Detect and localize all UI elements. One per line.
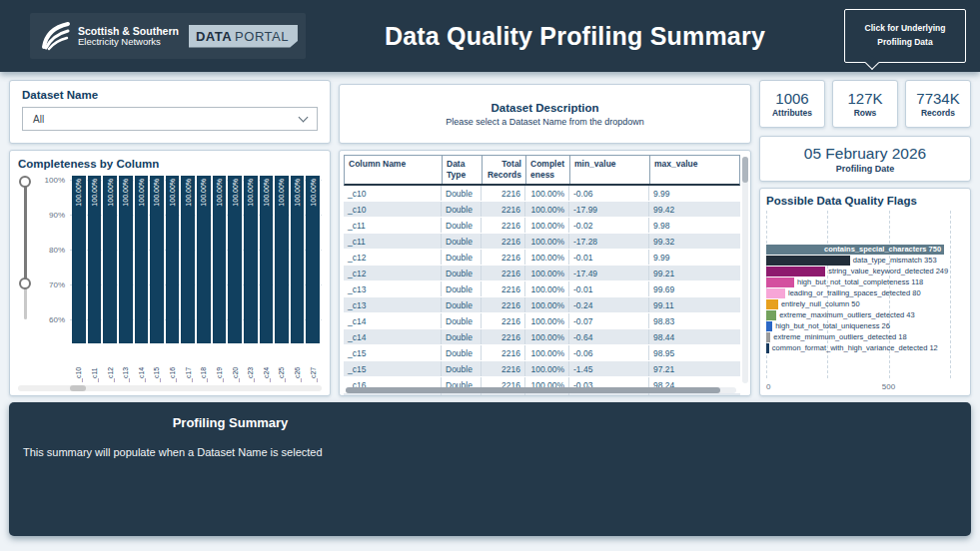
bar-value-label: 100.00% bbox=[75, 179, 82, 207]
column-header[interactable]: min_value bbox=[570, 156, 650, 184]
table-row[interactable]: _c11Double2216100.00%-17.2899.32 bbox=[344, 234, 740, 250]
x-label-column: _c14 bbox=[135, 354, 149, 382]
completeness-bar[interactable]: 100.00% bbox=[260, 176, 274, 343]
dataset-name-dropdown[interactable]: All bbox=[22, 107, 318, 131]
bar-value-label: 100.00% bbox=[138, 179, 145, 207]
flag-bar[interactable] bbox=[766, 332, 770, 342]
profile-table-card: Column Name Data Type Total Records Comp… bbox=[339, 150, 751, 396]
table-row[interactable]: _c14Double2216100.00%-0.0798.83 bbox=[344, 313, 740, 329]
completeness-bar[interactable]: 100.00% bbox=[275, 176, 289, 343]
completeness-bar[interactable]: 100.00% bbox=[119, 176, 133, 343]
x-axis-label: _c23 bbox=[247, 356, 254, 382]
completeness-bar[interactable]: 100.00% bbox=[103, 176, 117, 343]
flag-row: extreme_maximum_outliers_detected 43 bbox=[766, 310, 956, 320]
x-label-column: _c27 bbox=[306, 354, 320, 382]
flag-row: leading_or_trailing_spaces_detected 80 bbox=[766, 288, 956, 298]
x-label-column: _c24 bbox=[260, 354, 274, 382]
column-header[interactable]: Column Name bbox=[345, 156, 443, 184]
slider-handle-bottom[interactable] bbox=[19, 277, 31, 289]
completeness-bar[interactable]: 100.00% bbox=[166, 176, 180, 343]
flag-label: contains_special_characters 750 bbox=[824, 245, 941, 254]
column-header[interactable]: Total Records bbox=[483, 156, 526, 184]
quality-flags-card: Possible Data Quality Flags contains_spe… bbox=[759, 188, 971, 396]
flag-bar[interactable] bbox=[766, 299, 778, 309]
completeness-bar[interactable]: 100.00% bbox=[150, 176, 164, 343]
flag-bar[interactable] bbox=[766, 343, 769, 353]
table-row[interactable]: _c13Double2216100.00%-0.2499.11 bbox=[344, 297, 740, 313]
profiling-summary-title: Profiling Summary bbox=[9, 415, 452, 430]
completeness-bar[interactable]: 100.00% bbox=[88, 176, 102, 343]
x-axis-label: _c19 bbox=[216, 356, 223, 382]
bar-value-label: 100.00% bbox=[278, 179, 285, 207]
table-cell: 100.00% bbox=[525, 345, 569, 360]
table-row[interactable]: _c13Double2216100.00%-0.0199.69 bbox=[344, 281, 740, 297]
underlying-data-button[interactable]: Click for Underlying Profiling Data bbox=[844, 9, 966, 63]
completeness-bar[interactable]: 100.00% bbox=[244, 176, 258, 343]
y-tick: 80% bbox=[49, 246, 65, 255]
column-header[interactable]: Data Type bbox=[443, 156, 483, 184]
flag-label: entirely_null_column 50 bbox=[781, 299, 860, 308]
completeness-bar[interactable]: 100.00% bbox=[197, 176, 211, 343]
table-cell: 99.11 bbox=[649, 297, 740, 312]
completeness-bar[interactable]: 100.00% bbox=[291, 176, 305, 343]
table-cell: 97.21 bbox=[649, 361, 740, 376]
flag-bar[interactable]: contains_special_characters 750 bbox=[766, 245, 944, 255]
completeness-h-scrollbar bbox=[18, 385, 322, 391]
table-row[interactable]: _c15Double2216100.00%-0.0698.95 bbox=[344, 345, 740, 361]
kpi-value: 7734K bbox=[916, 90, 959, 107]
table-row[interactable]: _c15Double2216100.00%-1.4597.21 bbox=[344, 361, 740, 377]
table-row[interactable]: _c16Double2216100.00%-0.3895.26 bbox=[344, 393, 740, 396]
table-row[interactable]: _c12Double2216100.00%-17.4999.21 bbox=[344, 266, 740, 281]
bar-column: 100.00% bbox=[135, 176, 149, 343]
table-cell: Double bbox=[442, 329, 482, 344]
completeness-bar[interactable]: 100.00% bbox=[213, 176, 227, 343]
table-row[interactable]: _c14Double2216100.00%-0.6498.44 bbox=[344, 329, 740, 345]
completeness-bar[interactable]: 100.00% bbox=[181, 176, 195, 343]
table-cell: -1.45 bbox=[569, 361, 649, 376]
flag-label: extreme_minimum_outliers_detected 18 bbox=[773, 332, 906, 341]
table-cell: 2216 bbox=[482, 345, 525, 360]
table-row[interactable]: _c11Double2216100.00%-0.029.98 bbox=[344, 218, 740, 234]
scrollbar-thumb[interactable] bbox=[70, 385, 86, 391]
table-row[interactable]: _c12Double2216100.00%-0.019.99 bbox=[344, 250, 740, 266]
x-axis-label: _c15 bbox=[153, 356, 160, 382]
table-cell: 2216 bbox=[482, 250, 525, 265]
table-cell: _c10 bbox=[344, 202, 442, 217]
scrollbar-thumb[interactable] bbox=[742, 157, 748, 183]
table-row[interactable]: _c10Double2216100.00%-17.9999.42 bbox=[344, 202, 740, 218]
slider-handle-top[interactable] bbox=[19, 176, 31, 188]
kpi-label: Records bbox=[921, 108, 955, 118]
table-cell: -0.06 bbox=[569, 186, 649, 201]
data-portal-badge: DATAPORTAL bbox=[189, 25, 298, 48]
column-header[interactable]: max_value bbox=[650, 156, 739, 184]
flag-bar[interactable] bbox=[766, 288, 785, 298]
underlying-data-button-label: Click for Underlying Profiling Data bbox=[855, 22, 955, 49]
table-cell: -0.06 bbox=[569, 345, 649, 360]
flag-bar[interactable] bbox=[766, 256, 850, 266]
completeness-bars: 100.00%100.00%100.00%100.00%100.00%100.0… bbox=[70, 176, 322, 343]
table-h-scrollbar bbox=[346, 387, 736, 393]
flag-bar[interactable] bbox=[766, 310, 776, 320]
x-label-column: _c16 bbox=[166, 354, 180, 382]
table-body: _c10Double2216100.00%-0.069.99_c10Double… bbox=[344, 186, 740, 396]
completeness-bar[interactable]: 100.00% bbox=[72, 176, 86, 343]
flag-label: high_but_not_total_uniqueness 26 bbox=[775, 321, 890, 330]
completeness-bar[interactable]: 100.00% bbox=[306, 176, 320, 343]
ssen-logo: Scottish & Southern Electricity Networks… bbox=[30, 13, 306, 59]
completeness-chart-title: Completeness by Column bbox=[18, 158, 322, 170]
bar-column: 100.00% bbox=[72, 176, 86, 343]
flag-bar[interactable] bbox=[766, 267, 825, 276]
table-cell: 2216 bbox=[482, 329, 525, 344]
completeness-bar[interactable]: 100.00% bbox=[135, 176, 149, 343]
flag-bar[interactable] bbox=[766, 277, 794, 287]
table-cell: 100.00% bbox=[525, 266, 569, 280]
completeness-bar[interactable]: 100.00% bbox=[228, 176, 242, 343]
column-header[interactable]: Completeness bbox=[526, 156, 570, 184]
bar-column: 100.00% bbox=[244, 176, 258, 343]
table-cell: 2216 bbox=[482, 234, 525, 249]
bar-value-label: 100.00% bbox=[169, 179, 176, 207]
table-cell: -0.07 bbox=[569, 313, 649, 328]
scrollbar-thumb[interactable] bbox=[346, 387, 720, 393]
flag-bar[interactable] bbox=[766, 321, 772, 331]
table-row[interactable]: _c10Double2216100.00%-0.069.99 bbox=[344, 186, 740, 202]
